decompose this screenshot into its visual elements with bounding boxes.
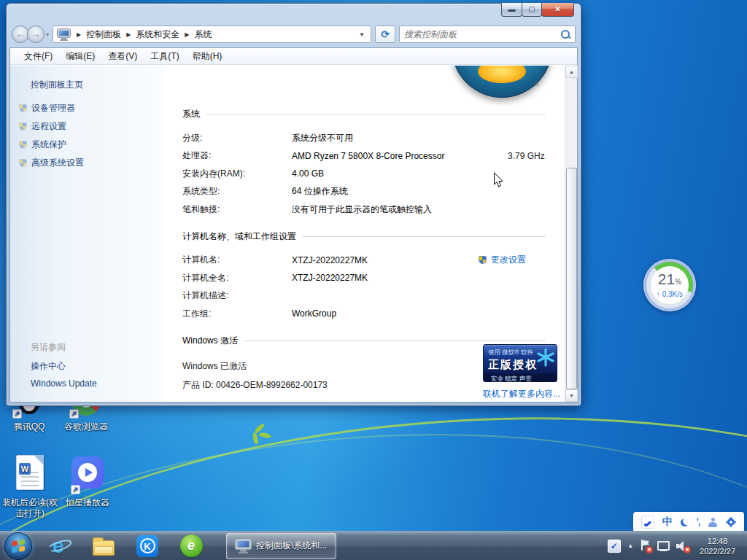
ime-settings-gear-icon[interactable] [727, 518, 735, 526]
show-hidden-icons-button[interactable]: ▲ [627, 542, 633, 549]
scroll-down-button[interactable]: ▼ [565, 389, 578, 402]
address-dropdown-icon[interactable]: ▼ [356, 31, 368, 38]
row-computer-description: 计算机描述: [163, 287, 565, 306]
row-memory: 安装内存(RAM): 4.00 GB [163, 165, 565, 183]
menu-tools[interactable]: 工具(T) [144, 50, 185, 63]
desktop-icon-label: 装机后必读(双击打开) [0, 497, 60, 519]
usage-percent: 21 [658, 271, 675, 287]
address-toolbar: ← → ▾ ▶ 控制面板 ▶ 系统和安全 ▶ 系统 ▼ ⟳ [12, 23, 576, 45]
sidebar-item-device-manager[interactable]: 设备管理器 [19, 102, 75, 114]
row-rating: 分级: 系统分级不可用 [163, 129, 565, 147]
k-music-icon: K [136, 535, 158, 557]
shortcut-arrow-icon: ↗ [12, 409, 22, 419]
scrollbar-thumb[interactable] [566, 168, 577, 389]
close-button[interactable]: ✕ [541, 3, 574, 17]
forward-arrow-icon: → [31, 28, 41, 39]
search-icon[interactable] [560, 29, 570, 39]
desktop-icon-label: 恒星播放器 [58, 497, 117, 508]
sidebar-item-home[interactable]: 控制面板主页 [31, 79, 83, 91]
clock-time: 12:48 [700, 536, 735, 546]
breadcrumb-separator-icon: ▶ [185, 31, 189, 38]
taskbar-360-browser-button[interactable]: e [177, 532, 206, 560]
windows-flag-icon [12, 539, 25, 553]
rating-unavailable-link[interactable]: 系统分级不可用 [292, 132, 546, 144]
word-doc-icon: W [13, 455, 47, 494]
star-player-icon: ↗ [71, 455, 104, 494]
section-header-computer-name: 计算机名称、域和工作组设置 [163, 230, 565, 243]
search-box [399, 26, 576, 43]
wallpaper-leaf [254, 423, 266, 434]
taskbar-clock[interactable]: 12:48 2022/2/27 [695, 536, 740, 556]
minimize-button[interactable]: ▬ [501, 3, 522, 17]
desktop-icon-star-player[interactable]: ↗ 恒星播放器 [58, 455, 117, 508]
desktop-icon-readme[interactable]: W 装机后必读(双击打开) [0, 455, 60, 519]
menu-edit[interactable]: 编辑(E) [59, 50, 101, 63]
registered-mark: ® [534, 80, 539, 88]
sidebar-item-remote-settings[interactable]: 远程设置 [19, 120, 66, 133]
row-computer-name: 计算机名: XTZJ-20220227MK 更改设置 [163, 252, 565, 270]
taskbar-explorer-button[interactable] [89, 532, 118, 560]
sidebar-item-action-center[interactable]: 操作中心 [31, 360, 66, 373]
breadcrumb-item-system[interactable]: 系统 [194, 28, 212, 41]
scroll-up-button[interactable]: ▲ [565, 66, 578, 78]
scroll-down-icon: ▼ [569, 393, 574, 398]
search-input[interactable] [404, 29, 560, 39]
fullwidth-moon-icon[interactable] [679, 517, 689, 526]
sidebar-item-windows-update[interactable]: Windows Update [31, 378, 97, 389]
breadcrumb-item-system-security[interactable]: 系统和安全 [136, 28, 179, 41]
menu-help[interactable]: 帮助(H) [186, 50, 229, 63]
breadcrumb[interactable]: ▶ 控制面板 ▶ 系统和安全 ▶ 系统 ▼ [53, 26, 371, 43]
folder-icon [93, 540, 115, 556]
action-center-flag-icon[interactable]: ✕ [640, 540, 651, 552]
menu-bar: 文件(F) 编辑(E) 查看(V) 工具(T) 帮助(H) [10, 48, 577, 65]
uac-shield-icon [19, 104, 27, 112]
shortcut-arrow-icon: ↗ [69, 409, 79, 419]
section-header-system: 系统 [163, 108, 565, 120]
start-button[interactable] [4, 532, 32, 560]
ime-language-bar: 中 ’, [633, 512, 744, 532]
sidebar-item-advanced-settings[interactable]: 高级系统设置 [19, 157, 84, 169]
row-processor: 处理器: AMD Ryzen 7 5800X 8-Core Processor … [163, 147, 565, 166]
shortcut-arrow-icon: ↗ [71, 485, 80, 494]
row-workgroup: 工作组: WorkGroup [163, 305, 565, 323]
history-dropdown-icon[interactable]: ▾ [46, 31, 49, 38]
punctuation-icon[interactable]: ’, [697, 517, 700, 527]
net-speed-widget[interactable]: 21% ↑ 0.3K/s [643, 259, 696, 311]
user-dict-icon[interactable] [708, 518, 718, 527]
desktop-icon-label: 腾讯QQ [0, 421, 58, 432]
learn-more-online-link[interactable]: 联机了解更多内容... [483, 388, 560, 400]
taskbar: e K e 控制面板\系统和... ✓ ▲ ✕ ✕ 12:48 2022/2/2… [0, 531, 747, 560]
system-window-icon [236, 539, 251, 553]
desktop-icon-label: 谷歌浏览器 [57, 421, 115, 432]
wallpaper-leaf [252, 432, 259, 445]
taskbar-k-music-button[interactable]: K [133, 532, 162, 560]
upload-speed: 0.3K/s [662, 290, 683, 298]
maximize-icon: ▢ [528, 5, 535, 13]
sidebar-item-system-protection[interactable]: 系统保护 [19, 139, 66, 151]
uac-shield-icon [19, 141, 27, 149]
ime-tray-icon[interactable]: ✓ [608, 540, 621, 553]
refresh-icon: ⟳ [381, 28, 390, 40]
window-controls: ▬ ▢ ✕ [502, 3, 574, 17]
ime-logo-icon[interactable] [641, 516, 654, 529]
change-settings-link[interactable]: 更改设置 [491, 254, 526, 266]
volume-muted-icon[interactable]: ✕ [676, 540, 689, 552]
menu-file[interactable]: 文件(F) [18, 50, 59, 63]
menu-view[interactable]: 查看(V) [101, 50, 144, 63]
forward-button[interactable]: → [27, 26, 44, 43]
window-client-area: 文件(F) 编辑(E) 查看(V) 工具(T) 帮助(H) 控制面板主页 设备管… [9, 47, 578, 402]
taskbar-ie-button[interactable]: e [45, 532, 74, 560]
cpu-frequency: 3.79 GHz [508, 151, 546, 161]
ime-mode-chinese[interactable]: 中 [662, 516, 673, 529]
mouse-cursor [493, 172, 504, 188]
breadcrumb-item-control-panel[interactable]: 控制面板 [86, 28, 121, 41]
active-window-title: 控制面板\系统和... [256, 540, 327, 552]
change-settings[interactable]: 更改设置 [479, 254, 546, 266]
vertical-scrollbar[interactable]: ▲ ▼ [565, 66, 577, 402]
close-icon: ✕ [554, 5, 560, 13]
maximize-button[interactable]: ▢ [522, 3, 542, 17]
taskbar-active-window-button[interactable]: 控制面板\系统和... [226, 533, 336, 559]
refresh-button[interactable]: ⟳ [375, 26, 395, 43]
ie-icon: e [48, 534, 71, 558]
network-icon[interactable] [657, 540, 670, 552]
